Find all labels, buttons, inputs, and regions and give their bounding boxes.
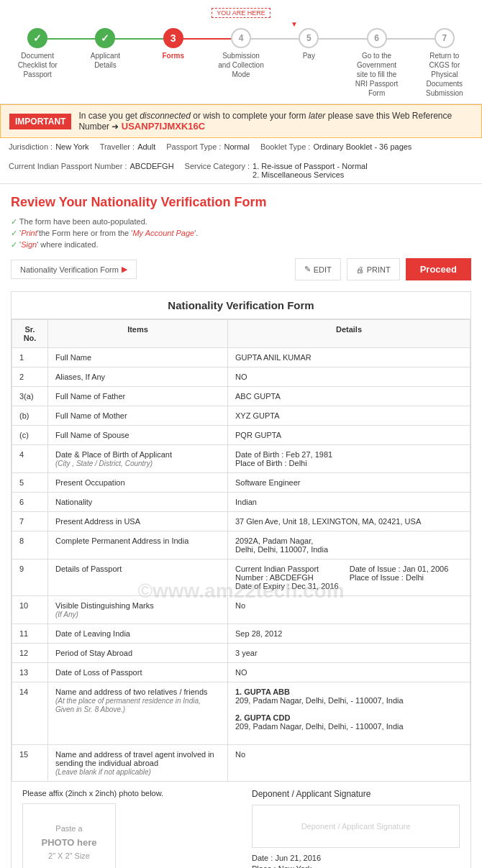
table-row: 10Visible Distinguishing Marks(If Any)No: [12, 596, 470, 624]
step-1: ✓ Document Checklist for Passport: [4, 28, 71, 79]
progress-steps: ✓ Document Checklist for Passport ✓ Appl…: [4, 28, 478, 98]
edit-button[interactable]: ✎ EDIT: [295, 258, 341, 280]
cell-sr: 11: [12, 624, 48, 644]
cell-sr: 12: [12, 644, 48, 663]
cell-detail: GUPTA ANIL KUMAR: [228, 348, 470, 367]
step-6: 6 Go to the Government site to fill the …: [342, 28, 410, 98]
form-table: Sr. No. Items Details 1Full NameGUPTA AN…: [12, 319, 470, 782]
print-button[interactable]: 🖨 PRINT: [347, 258, 400, 280]
cell-item: Nationality: [48, 493, 228, 512]
top-toolbar: Nationality Verification Form ▶ ✎ EDIT 🖨…: [11, 258, 471, 280]
service-category-label: Service Category :: [185, 162, 250, 179]
header-items: Items: [48, 320, 228, 348]
signature-section-label: Deponent / Applicant Signature: [252, 789, 460, 799]
proceed-button-top[interactable]: Proceed: [406, 258, 471, 280]
cell-item: Complete Permanent Address in India: [48, 531, 228, 559]
cell-sr: 13: [12, 663, 48, 682]
cell-detail: No: [228, 596, 470, 624]
toolbar-right: ✎ EDIT 🖨 PRINT Proceed: [295, 258, 471, 280]
cell-sr: 1: [12, 348, 48, 367]
cell-sr: 7: [12, 512, 48, 531]
step-2-circle: ✓: [95, 28, 115, 48]
table-row: 9Details of PassportCurrent Indian Passp…: [12, 559, 470, 596]
passport-type-value: Normal: [224, 142, 249, 151]
booklet-type-value: Ordinary Booklet - 36 pages: [313, 142, 411, 151]
passport-type-label: Passport Type :: [166, 142, 221, 151]
passport-type-info: Passport Type : Normal: [166, 142, 250, 151]
nav-tab-label: Nationality Verification Form: [20, 265, 119, 274]
important-badge: IMPORTANT: [9, 114, 71, 129]
step-4: 4 Submission and Collection Mode: [207, 28, 275, 79]
cell-sr: 8: [12, 531, 48, 559]
cell-sr: (b): [12, 406, 48, 426]
table-row: 4Date & Place of Birth of Applicant(City…: [12, 445, 470, 473]
cell-item: Full Name: [48, 348, 228, 367]
signature-section: Deponent / Applicant Signature Deponent …: [252, 789, 460, 868]
cell-item: Full Name of Spouse: [48, 426, 228, 445]
cell-item: Visible Distinguishing Marks(If Any): [48, 596, 228, 624]
checklist: The form have been auto-populated. 'Prin…: [11, 217, 471, 250]
cell-item: Full Name of Mother: [48, 406, 228, 426]
cell-item: Name and address of travel agent involve…: [48, 745, 228, 782]
step-1-circle: ✓: [27, 28, 47, 48]
cell-detail: 2092A, Padam Nagar,Delhi, Delhi, 110007,…: [228, 531, 470, 559]
service-category-info: Service Category : 1. Re-issue of Passpo…: [185, 162, 368, 179]
cell-sr: 2: [12, 367, 48, 387]
date-value: Jun 21, 2016: [275, 854, 321, 862]
table-row: (b)Full Name of MotherXYZ GUPTA: [12, 406, 470, 426]
header-sr: Sr. No.: [12, 320, 48, 348]
place-value: New York: [278, 864, 312, 868]
traveller-info: Traveller : Adult: [100, 142, 156, 151]
cell-item: Details of Passport: [48, 559, 228, 596]
table-row: 3(a)Full Name of FatherABC GUPTA: [12, 387, 470, 406]
cell-item: Date of Loss of Passport: [48, 663, 228, 682]
print-icon: 🖨: [356, 265, 364, 274]
page-title: Review Your Nationality Verification For…: [11, 195, 471, 210]
service-category-value: 1. Re-issue of Passport - Normal 2. Misc…: [253, 162, 368, 179]
cell-sr: 9: [12, 559, 48, 596]
step-7-label: Return to CKGS for Physical Documents Su…: [419, 51, 470, 98]
cell-detail: Software Engineer: [228, 473, 470, 493]
table-row: 1Full NameGUPTA ANIL KUMAR: [12, 348, 470, 367]
table-row: 13Date of Loss of PassportNO: [12, 663, 470, 682]
signature-placeholder: Deponent / Applicant Signature: [301, 822, 411, 831]
step-5-circle: 5: [299, 28, 319, 48]
traveller-label: Traveller :: [100, 142, 135, 151]
date-label: Date :: [252, 854, 273, 862]
table-row: 11Date of Leaving IndiaSep 28, 2012: [12, 624, 470, 644]
step-7-circle: 7: [435, 28, 455, 48]
ref-number: USANP7IJMXK16C: [122, 121, 205, 132]
step-7: 7 Return to CKGS for Physical Documents …: [411, 28, 478, 98]
passport-number-value: ABCDEFGH: [129, 162, 173, 179]
jurisdiction-info: Jurisdiction : New York: [9, 142, 89, 151]
cell-item: Date of Leaving India: [48, 624, 228, 644]
cell-detail: XYZ GUPTA: [228, 406, 470, 426]
step-6-label: Go to the Government site to fill the NR…: [352, 51, 402, 98]
nav-arrow-icon: ▶: [122, 265, 127, 274]
signature-area: Deponent / Applicant Signature: [252, 805, 460, 848]
nav-tab-nationality[interactable]: Nationality Verification Form ▶: [11, 260, 137, 279]
cell-detail: Indian: [228, 493, 470, 512]
table-row: (c)Full Name of SpousePQR GUPTA: [12, 426, 470, 445]
table-row: 14Name and address of two relatives / fr…: [12, 682, 470, 745]
cell-detail: PQR GUPTA: [228, 426, 470, 445]
cell-detail: Current Indian PassportNumber : ABCDEFGH…: [228, 559, 470, 596]
cell-sr: (c): [12, 426, 48, 445]
cell-item: Name and address of two relatives / frie…: [48, 682, 228, 745]
passport-number-info: Current Indian Passport Number : ABCDEFG…: [9, 162, 174, 179]
cell-sr: 6: [12, 493, 48, 512]
cell-item: Present Address in USA: [48, 512, 228, 531]
form-title: Nationality Verification Form: [12, 292, 470, 319]
booklet-type-info: Booklet Type : Ordinary Booklet - 36 pag…: [260, 142, 411, 151]
step-3: 3 Forms: [140, 28, 207, 60]
progress-bar: YOU ARE HERE ▼ ✓ Document Checklist for …: [0, 0, 482, 104]
traveller-value: Adult: [137, 142, 155, 151]
table-row: 15Name and address of travel agent invol…: [12, 745, 470, 782]
step-2: ✓ Applicant Details: [71, 28, 139, 70]
photo-line1: Paste a: [55, 823, 82, 836]
cell-sr: 4: [12, 445, 48, 473]
cell-item: Period of Stay Abroad: [48, 644, 228, 663]
cell-item: Aliases, If Any: [48, 367, 228, 387]
cell-item: Date & Place of Birth of Applicant(City …: [48, 445, 228, 473]
step-3-circle: 3: [163, 28, 183, 48]
